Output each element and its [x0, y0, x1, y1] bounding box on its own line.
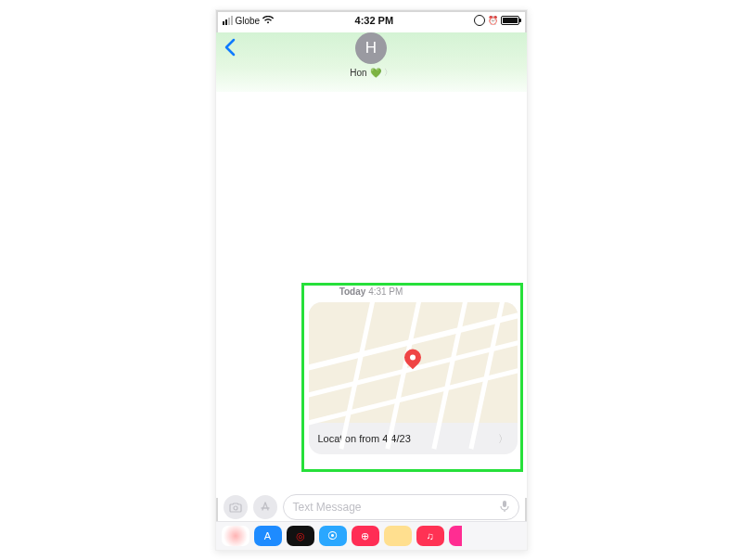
phone-frame: Globe 4:32 PM ⏰ H Hon 💚 〉	[215, 9, 528, 551]
battery-icon	[501, 16, 519, 25]
contact-avatar[interactable]: H	[355, 32, 387, 64]
camera-button[interactable]	[224, 495, 248, 519]
audio-app-icon[interactable]: ⦿	[319, 526, 347, 546]
timestamp-day: Today	[339, 286, 366, 297]
message-input[interactable]: Text Message	[283, 494, 519, 520]
timestamp-time: 4:31 PM	[368, 286, 403, 297]
rotation-lock-icon	[474, 15, 485, 26]
music-app-icon[interactable]: ♫	[416, 526, 444, 546]
wifi-icon	[262, 16, 274, 26]
svg-rect-1	[503, 501, 506, 507]
microphone-icon[interactable]	[500, 500, 509, 515]
contact-name-row[interactable]: Hon 💚 〉	[216, 67, 527, 79]
find-app-icon[interactable]: ⊕	[352, 526, 379, 546]
back-button[interactable]	[224, 38, 237, 62]
input-placeholder: Text Message	[293, 501, 362, 514]
alarm-icon: ⏰	[488, 16, 498, 25]
appstore-app-icon[interactable]: A	[254, 526, 282, 546]
chevron-right-icon: 〉	[384, 67, 392, 79]
location-message-bubble[interactable]: Location from 4/4/23 〉	[309, 302, 518, 454]
signal-bars-icon	[223, 16, 233, 25]
messages-area[interactable]: Today 4:31 PM Location from 4/4/23 〉	[216, 92, 527, 498]
more-app-icon[interactable]	[449, 526, 462, 546]
map-pin-icon	[404, 350, 421, 366]
stage: Globe 4:32 PM ⏰ H Hon 💚 〉	[0, 0, 742, 560]
message-input-bar: Text Message	[216, 492, 527, 522]
contact-name: Hon	[350, 68, 366, 78]
heart-icon: 💚	[370, 68, 381, 78]
app-tray[interactable]: A ◎ ⦿ ⊕ ♫	[216, 521, 527, 550]
fitness-app-icon[interactable]: ◎	[287, 526, 314, 546]
status-bar: Globe 4:32 PM ⏰	[216, 10, 527, 29]
carrier-label: Globe	[236, 16, 261, 26]
location-row[interactable]: Location from 4/4/23 〉	[309, 423, 518, 454]
photos-app-icon[interactable]	[222, 526, 249, 546]
conversation-header: H Hon 💚 〉	[216, 32, 527, 96]
status-time: 4:32 PM	[355, 15, 394, 26]
app-store-button[interactable]	[253, 495, 277, 519]
memoji-app-icon[interactable]	[384, 526, 412, 546]
message-timestamp: Today 4:31 PM	[216, 286, 527, 297]
svg-point-0	[234, 506, 237, 510]
map-preview[interactable]	[309, 302, 518, 423]
location-label: Location from 4/4/23	[318, 433, 411, 444]
chevron-right-icon: 〉	[498, 432, 508, 446]
